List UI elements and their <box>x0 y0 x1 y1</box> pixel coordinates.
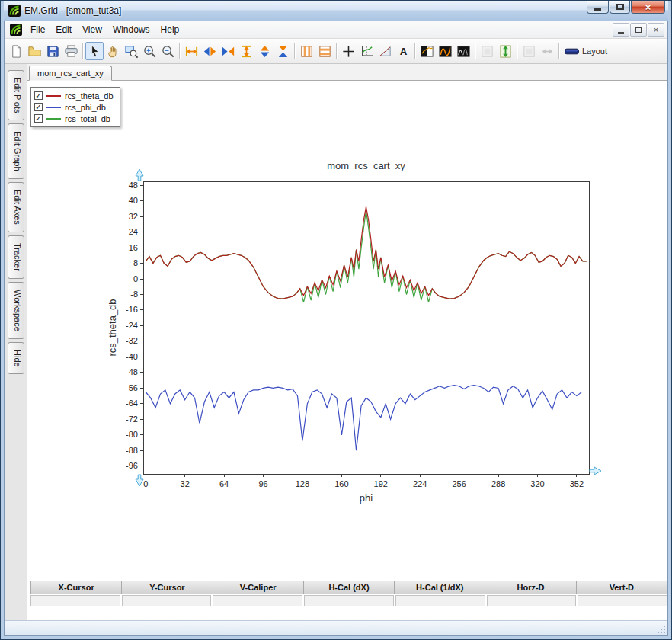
sidebar-tab-edit-axes[interactable]: Edit Axes <box>8 182 24 232</box>
menu-help[interactable]: Help <box>155 22 185 37</box>
open-folder-icon <box>27 44 42 59</box>
status-bar <box>5 620 667 635</box>
maximize-icon <box>616 4 624 10</box>
readout-header-horz-d: Horz-D <box>485 581 576 594</box>
sidebar-tab-hide[interactable]: Hide <box>8 342 24 375</box>
open-file-button[interactable] <box>25 42 43 60</box>
expand-vertical-button[interactable] <box>255 42 274 60</box>
v-in-icon <box>276 44 290 59</box>
document-tab[interactable]: mom_rcs_cart_xy <box>29 66 112 81</box>
y-tick-label: -96 <box>126 461 138 470</box>
zoom-in-icon <box>142 44 157 59</box>
text-annotation-button[interactable]: A <box>394 42 412 60</box>
document-window-icon[interactable] <box>10 24 22 36</box>
zoom-window-icon <box>124 44 139 59</box>
sidebar-tab-tracker[interactable]: Tracker <box>8 235 24 279</box>
slope-marker-icon <box>378 44 392 59</box>
print-button[interactable] <box>62 42 80 60</box>
zoom-out-button[interactable] <box>158 42 177 60</box>
fit-vertical-button[interactable] <box>237 42 255 60</box>
axis-arrow-up-icon[interactable] <box>136 169 143 181</box>
legend-checkbox-rcs-total-db[interactable]: ✓ <box>34 114 43 123</box>
vertical-grid-button[interactable] <box>297 42 315 60</box>
menu-windows[interactable]: Windows <box>107 22 155 37</box>
legend-label: rcs_theta_db <box>65 91 114 101</box>
pan-button[interactable] <box>104 42 122 60</box>
readout-value-horz-d <box>487 595 577 606</box>
sidebar-tab-edit-plots[interactable]: Edit Plots <box>8 70 24 120</box>
close-button[interactable]: × <box>631 1 665 14</box>
app-icon[interactable] <box>8 5 21 17</box>
expand-horizontal-button[interactable] <box>200 42 219 60</box>
disabled-h-icon <box>540 44 555 59</box>
menu-file[interactable]: File <box>25 22 50 37</box>
legend-box[interactable]: ✓rcs_theta_db✓rcs_phi_db✓rcs_total_db <box>30 87 120 127</box>
zoom-out-icon <box>161 44 175 59</box>
layout-button[interactable]: Layout <box>562 42 610 60</box>
shrink-horizontal-button[interactable] <box>219 42 237 60</box>
plot-frame <box>143 181 589 474</box>
zoom-window-button[interactable] <box>122 42 140 60</box>
title-bar[interactable]: EM.Grid - [smom_tut3a] × <box>4 1 668 21</box>
dark-multi-plot-style-button[interactable] <box>454 42 472 60</box>
child-close-icon: × <box>654 26 658 34</box>
invert-plot-colors-button[interactable] <box>418 42 436 60</box>
menu-bar: FileEditViewWindowsHelp × <box>5 21 667 39</box>
menu-edit[interactable]: Edit <box>50 22 77 37</box>
new-file-button[interactable] <box>7 42 25 60</box>
toolbar-separator <box>336 43 337 59</box>
readout-value-vert-d <box>578 595 667 606</box>
plot-area[interactable]: mom_rcs_cart_xy484032241680-8-16-24-32-4… <box>27 81 667 568</box>
resize-grip-icon[interactable] <box>656 624 667 635</box>
window-title: EM.Grid - [smom_tut3a] <box>24 5 121 16</box>
cross-marker-button[interactable] <box>339 42 357 60</box>
app-window: EM.Grid - [smom_tut3a] × FileEditViewWin… <box>0 0 672 640</box>
legend-line-swatch <box>46 95 61 97</box>
zoom-in-button[interactable] <box>140 42 158 60</box>
y-tick-label: -8 <box>130 290 138 299</box>
dark-plot-style-button[interactable] <box>436 42 454 60</box>
y-tick-label: -32 <box>126 336 138 345</box>
menu-view[interactable]: View <box>77 22 107 37</box>
document-tab-bar: mom_rcs_cart_xy <box>27 64 667 81</box>
shrink-vertical-button[interactable] <box>274 42 292 60</box>
disabled-box-icon <box>480 44 494 59</box>
readout-value-y-cursor <box>122 595 212 606</box>
col-table-icon <box>299 44 314 59</box>
child-restore-button[interactable] <box>630 23 647 37</box>
sidebar-tab-workspace[interactable]: Workspace <box>8 282 24 339</box>
x-tick-label: 0 <box>143 479 148 488</box>
tracker-tool-button[interactable] <box>357 42 376 60</box>
horizontal-grid-button[interactable] <box>315 42 334 60</box>
toolbar-separator <box>82 43 83 59</box>
sidebar-tab-edit-graph[interactable]: Edit Graph <box>8 123 24 179</box>
fit-page-vertical-button[interactable] <box>496 42 514 60</box>
select-pointer-button[interactable] <box>85 42 104 60</box>
fit-width-button <box>538 42 556 60</box>
maximize-button[interactable] <box>610 1 630 14</box>
legend-item-rcs-phi-db[interactable]: ✓rcs_phi_db <box>34 101 114 113</box>
slope-marker-button[interactable] <box>376 42 394 60</box>
child-close-button[interactable]: × <box>648 23 664 37</box>
axis-arrow-right-icon[interactable] <box>590 467 601 475</box>
legend-item-rcs-total-db[interactable]: ✓rcs_total_db <box>34 113 114 124</box>
save-file-button[interactable] <box>43 42 62 60</box>
y-axis-label: rcs_theta_db <box>107 299 118 356</box>
readout-header-h-cal-1-dx: H-Cal (1/dX) <box>395 581 485 594</box>
x-tick-label: 288 <box>491 479 505 488</box>
snap-box-button <box>478 42 496 60</box>
child-minimize-button[interactable] <box>613 23 629 37</box>
chart-container[interactable]: mom_rcs_cart_xy484032241680-8-16-24-32-4… <box>27 81 667 571</box>
readout-header-y-cursor: Y-Cursor <box>122 581 213 594</box>
minimize-button[interactable] <box>587 1 609 14</box>
new-file-icon <box>9 44 24 59</box>
fit-v-green-icon <box>498 44 513 59</box>
legend-checkbox-rcs-theta-db[interactable]: ✓ <box>34 91 43 100</box>
readout-header-x-cursor: X-Cursor <box>30 581 122 594</box>
axis-arrow-down-icon[interactable] <box>136 475 143 486</box>
plot-canvas[interactable]: ✓rcs_theta_db✓rcs_phi_db✓rcs_total_db mo… <box>27 81 667 581</box>
legend-checkbox-rcs-phi-db[interactable]: ✓ <box>34 103 43 111</box>
fit-horizontal-button[interactable] <box>182 42 200 60</box>
readout-value-v-caliper <box>213 595 302 606</box>
legend-item-rcs-theta-db[interactable]: ✓rcs_theta_db <box>34 90 114 101</box>
